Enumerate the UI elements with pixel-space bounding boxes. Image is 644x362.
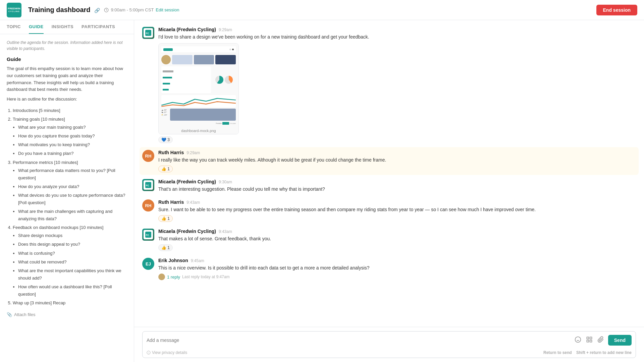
edit-session-link[interactable]: Edit session (156, 7, 179, 12)
msg-text-5: That makes a lot of sense. Great feedbac… (158, 235, 636, 242)
message-content-5: Micaela (Fredwin Cycling) 9:43am That ma… (158, 229, 636, 251)
attach-button[interactable] (597, 336, 605, 345)
msg-text-1: I'd love to share a design we've been wo… (158, 34, 636, 41)
input-area: Send View privacy details Return to send… (134, 327, 644, 362)
paperclip-icon: 📎 (7, 312, 12, 317)
header-title-area: Training dashboard 🔗 (28, 6, 100, 14)
msg-text-4: Sure. I want to be able to to see my pro… (158, 206, 636, 213)
avatar-micaela-3: FC (142, 179, 154, 191)
msg-time-4: 9:43am (186, 200, 200, 205)
sender-name-2: Ruth Harris (158, 150, 184, 155)
tab-participants[interactable]: PARTICIPANTS (82, 20, 115, 34)
image-caption: dashboard-mock.png (159, 127, 238, 134)
message-5: FC Micaela (Fredwin Cycling) 9:43am That… (142, 229, 636, 251)
avatar-erik: EJ (142, 258, 154, 270)
message-4: RH Ruth Harris 9:43am Sure. I want to be… (142, 199, 636, 222)
sender-name-4: Ruth Harris (158, 199, 184, 205)
sender-name-3: Micaela (Fredwin Cycling) (158, 179, 216, 184)
grid-button[interactable] (585, 336, 593, 345)
brand-logo: Fredwin Cycling (7, 3, 21, 17)
info-icon (147, 351, 151, 355)
outline-item-3: Performance metrics [10 minutes] What pe… (13, 159, 127, 223)
message-content-6: Erik Johnson 9:45am This is a nice overv… (158, 258, 636, 280)
left-tabs: TOPIC GUIDE INSIGHTS PARTICIPANTS (0, 20, 134, 34)
logo-area: Fredwin Cycling (7, 3, 21, 17)
svg-rect-12 (587, 340, 589, 342)
svg-text:FC: FC (146, 234, 149, 237)
keyboard-hint: Return to send Shift + return to add new… (543, 350, 632, 355)
link-icon: 🔗 (94, 8, 100, 13)
session-time: 9:00am - 5:00pm CST Edit session (104, 7, 179, 12)
reaction-msg4[interactable]: 👍 1 (158, 215, 173, 222)
message-1: FC Micaela (Fredwin Cycling) 9:29am I'd … (142, 27, 636, 143)
fredwin-logo-small-5: FC (145, 232, 151, 238)
tab-guide[interactable]: GUIDE (29, 20, 44, 34)
svg-text:FC: FC (146, 184, 149, 187)
msg-time-1: 9:29am (219, 27, 232, 32)
svg-point-7 (575, 337, 581, 342)
emoji-button[interactable] (574, 336, 582, 345)
msg-time-5: 9:43am (219, 229, 232, 234)
guide-intro: The goal of this empathy session is to l… (7, 65, 127, 103)
end-session-button[interactable]: End session (596, 5, 637, 15)
sender-name-5: Micaela (Fredwin Cycling) (158, 229, 216, 234)
msg-time-3: 9:30am (219, 180, 232, 184)
guide-outline: Introductions [5 minutes] Training goals… (7, 107, 127, 307)
message-content-1: Micaela (Fredwin Cycling) 9:29am I'd lov… (158, 27, 636, 143)
reaction-msg5[interactable]: 👍 1 (158, 244, 173, 251)
message-2: RH Ruth Harris 9:29am I really like the … (140, 147, 639, 175)
outline-item-4: Feedback on dashboard mockups [10 minute… (13, 224, 127, 298)
guide-heading: Guide (7, 56, 127, 62)
message-input-container: Send View privacy details Return to send… (142, 331, 636, 358)
fredwin-logo-small: FC (145, 30, 151, 36)
paperclip-icon (597, 336, 604, 343)
emoji-icon (575, 336, 581, 343)
avatar-micaela-1: FC (142, 27, 154, 39)
msg-time-2: 9:29am (186, 150, 200, 155)
message-content-3: Micaela (Fredwin Cycling) 9:30am That's … (158, 179, 636, 193)
avatar-micaela-5: FC (142, 229, 154, 241)
message-content-2: Ruth Harris 9:29am I really like the way… (158, 150, 636, 172)
main-layout: TOPIC GUIDE INSIGHTS PARTICIPANTS Outlin… (0, 20, 644, 362)
tab-topic[interactable]: TOPIC (7, 20, 21, 34)
chat-panel: FC Micaela (Fredwin Cycling) 9:29am I'd … (134, 20, 644, 362)
sender-name-6: Erik Johnson (158, 258, 188, 263)
msg-time-6: 9:45am (191, 258, 204, 263)
outline-item-2: Training goals [10 minutes] What are you… (13, 116, 127, 157)
privacy-link[interactable]: View privacy details (147, 350, 187, 355)
message-input[interactable] (147, 338, 571, 343)
svg-text:FC: FC (146, 32, 149, 35)
avatar-ruth-1: RH (142, 150, 154, 162)
attach-files-link[interactable]: 📎 Attach files (7, 312, 127, 317)
tab-insights[interactable]: INSIGHTS (52, 20, 73, 34)
reaction-msg1[interactable]: 💙 3 (158, 136, 173, 143)
svg-rect-13 (590, 340, 592, 342)
send-button[interactable]: Send (608, 335, 632, 346)
msg-text-2: I really like the way you can track week… (158, 157, 636, 164)
reply-section: 1 reply Last reply today at 9:47am (158, 274, 636, 280)
reply-link[interactable]: 1 reply (167, 275, 180, 280)
outline-item-5: Wrap up [3 minutes] Recap (13, 299, 127, 307)
reaction-msg2[interactable]: 👍 1 (158, 166, 173, 172)
grid-icon (586, 336, 593, 343)
svg-rect-10 (587, 337, 589, 339)
message-content-4: Ruth Harris 9:43am Sure. I want to be ab… (158, 199, 636, 222)
page-title: Training dashboard (28, 6, 91, 13)
msg-text-3: That's an interesting suggestion. Please… (158, 186, 636, 193)
avatar-ruth-2: RH (142, 199, 154, 212)
message-3: FC Micaela (Fredwin Cycling) 9:30am That… (142, 179, 636, 193)
reply-time: Last reply today at 9:47am (182, 275, 229, 279)
outline-item-1: Introductions [5 minutes] (13, 107, 127, 114)
reply-avatar (158, 274, 165, 280)
svg-rect-11 (590, 337, 592, 339)
dashboard-mockup-image[interactable]: ☁ 23° 🌤 27° ⛅ 24° Fredwin CYCLING (158, 43, 239, 134)
messages-area: FC Micaela (Fredwin Cycling) 9:29am I'd … (134, 20, 644, 327)
sender-name-1: Micaela (Fredwin Cycling) (158, 27, 216, 32)
message-6: EJ Erik Johnson 9:45am This is a nice ov… (142, 258, 636, 280)
guide-content: Outline the agenda for the session. Info… (0, 34, 134, 362)
clock-icon (104, 8, 109, 12)
left-panel: TOPIC GUIDE INSIGHTS PARTICIPANTS Outlin… (0, 20, 134, 362)
fredwin-logo-small-3: FC (145, 182, 151, 188)
input-icons: Send (574, 335, 632, 346)
app-header: Fredwin Cycling Training dashboard 🔗 9:0… (0, 0, 644, 20)
